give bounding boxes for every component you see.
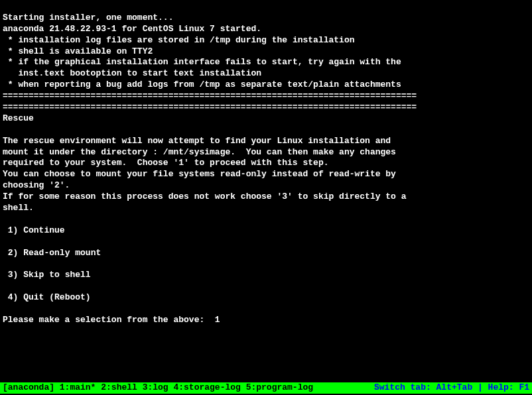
selection-input[interactable]: 1 xyxy=(215,315,220,325)
selection-prompt: Please make a selection from the above: xyxy=(3,315,215,325)
tmux-help-hint: Switch tab: Alt+Tab | Help: F1 xyxy=(374,382,529,394)
anaconda-version: anaconda 21.48.22.93-1 for CentOS Linux … xyxy=(3,24,261,34)
boot-bullet: * if the graphical installation interfac… xyxy=(3,57,401,67)
boot-bullet: * when reporting a bug add logs from /tm… xyxy=(3,80,401,89)
rescue-paragraph: shell. xyxy=(3,203,34,213)
separator-line: ========================================… xyxy=(3,102,417,112)
rescue-paragraph: If for some reason this process does not… xyxy=(3,192,407,201)
boot-message: Starting installer, one moment... xyxy=(3,13,173,23)
rescue-paragraph: You can choose to mount your file system… xyxy=(3,169,396,179)
menu-option-skip[interactable]: 3) Skip to shell xyxy=(3,270,91,280)
tmux-status-bar: [anaconda] 1:main* 2:shell 3:log 4:stora… xyxy=(0,382,532,394)
terminal-output: Starting installer, one moment... anacon… xyxy=(0,0,532,327)
boot-bullet: * shell is available on TTY2 xyxy=(3,46,153,56)
tmux-windows-list[interactable]: [anaconda] 1:main* 2:shell 3:log 4:stora… xyxy=(3,382,313,394)
menu-option-quit[interactable]: 4) Quit (Reboot) xyxy=(3,292,91,302)
rescue-paragraph: The rescue environment will now attempt … xyxy=(3,136,391,146)
boot-bullet: * installation log files are stored in /… xyxy=(3,35,355,45)
menu-option-continue[interactable]: 1) Continue xyxy=(3,225,65,235)
rescue-paragraph: choosing '2'. xyxy=(3,180,70,190)
rescue-paragraph: mount it under the directory : /mnt/sysi… xyxy=(3,147,396,157)
rescue-paragraph: required to your system. Choose '1' to p… xyxy=(3,158,328,168)
menu-option-readonly[interactable]: 2) Read-only mount xyxy=(3,248,101,258)
separator-line: ========================================… xyxy=(3,91,417,101)
boot-bullet-continuation: inst.text bootoption to start text insta… xyxy=(3,68,261,78)
rescue-title: Rescue xyxy=(3,113,34,123)
